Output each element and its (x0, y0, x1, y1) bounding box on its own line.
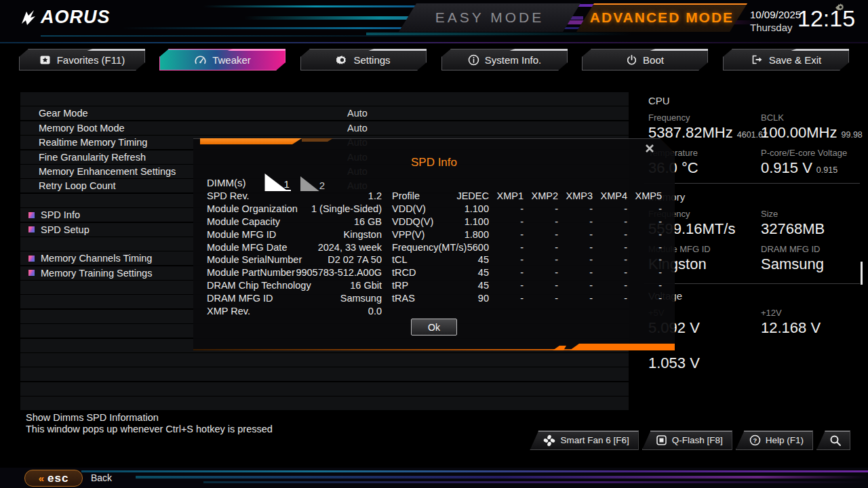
tab-boot[interactable]: Boot (582, 49, 708, 70)
profile-cell: - (489, 216, 524, 229)
profile-cell: VDD(V) (392, 203, 454, 216)
quick-button-help-f1[interactable]: ?Help (F1) (736, 430, 813, 450)
logo-text: AORUS (41, 7, 111, 28)
help-line-1: Show Dimms SPD Information (26, 412, 273, 424)
profile-cell: - (489, 280, 524, 293)
sidebar-metric-value: 100.00MHz99.98 (761, 124, 863, 142)
tab-edge-highlight (368, 49, 427, 51)
profile-header-cell: XMP5 (627, 190, 662, 203)
settings-row-gear-mode[interactable]: Gear ModeAuto (20, 106, 629, 120)
sidebar-cell: BCLK100.00MHz99.98 (761, 113, 863, 142)
spd-info-label: Module PartNumber (207, 267, 295, 280)
profile-cell: - (593, 293, 627, 306)
profile-cell: VDDQ(V) (392, 216, 454, 229)
tab-save-exit[interactable]: Save & Exit (723, 49, 849, 70)
tab-tweaker[interactable]: Tweaker (159, 49, 285, 70)
help-line-2: This window pops up whenever Ctrl+S hotk… (26, 424, 273, 435)
setting-label: Fine Granularity Refresh (39, 152, 146, 163)
advanced-mode-button[interactable]: ADVANCED MODE (576, 3, 747, 32)
sidebar-section-title: Voltage (648, 290, 860, 302)
gauge-icon (194, 54, 207, 65)
profile-cell: - (558, 293, 593, 306)
profile-cell: 45 (454, 280, 489, 293)
sidebar-cell: +12V12.168 V (761, 308, 860, 337)
sidebar-metric-value: 1.053 V (648, 354, 761, 372)
setting-value: Auto (347, 123, 368, 134)
qflash-icon (656, 434, 667, 446)
submenu-bullet-icon (28, 212, 35, 218)
sidebar-metric-subvalue: 99.98 (842, 130, 863, 140)
spd-info-dialog: SPD Info DIMM(s) 12 SPD Rev.1.2Module Or… (193, 138, 675, 350)
help-icon: ? (749, 434, 761, 446)
sidebar-metric-label: BCLK (761, 113, 863, 124)
profile-cell: - (489, 242, 524, 255)
profile-cell: - (593, 254, 627, 267)
spd-profile-table: ProfileJEDECXMP1XMP2XMP3XMP4XMP5VDD(V)1.… (392, 190, 662, 306)
profile-cell: - (524, 242, 558, 255)
submenu-label: Memory Channels Timing (41, 253, 152, 264)
tab-label: Favorites (F11) (57, 54, 125, 66)
dimm-selector: DIMM(s) 12 (207, 174, 326, 191)
sidebar-section-title: CPU (648, 95, 860, 106)
submenu-label: SPD Info (41, 209, 80, 220)
esc-back-button[interactable]: « esc (24, 470, 83, 487)
sidebar-section-memory: MemoryFrequency5599.16MT/sSize32768MBMod… (648, 191, 860, 273)
quick-button-label: Help (F1) (766, 435, 804, 445)
gear-icon[interactable] (835, 2, 846, 12)
profile-cell: - (558, 254, 593, 267)
settings-row-memory-boot-mode[interactable]: Memory Boot ModeAuto (20, 121, 629, 135)
tab-settings[interactable]: Settings (300, 49, 427, 70)
spd-info-row: Module MFG IDKingston (207, 229, 382, 242)
tab-favorites-f11[interactable]: Favorites (F11) (19, 49, 145, 70)
sidebar-divider (644, 283, 860, 284)
sidebar-cell: Frequency5387.82MHz4601.62 (648, 113, 761, 142)
profile-header-cell: XMP2 (524, 190, 558, 203)
close-icon[interactable] (645, 144, 654, 153)
search-button[interactable] (816, 430, 850, 450)
submenu-bullet-icon (28, 226, 35, 232)
easy-mode-button[interactable]: EASY MODE (399, 3, 580, 32)
falcon-icon (18, 7, 38, 28)
profile-row: VDDQ(V)1.100----- (392, 216, 662, 229)
settings-row-empty (20, 353, 629, 367)
dimm-2-number[interactable]: 2 (318, 180, 326, 191)
profile-row: tRCD45----- (392, 267, 662, 280)
profile-row: tCL45----- (392, 254, 662, 267)
quick-button-q-flash-f8[interactable]: Q-Flash [F8] (642, 430, 732, 450)
spd-info-label: Module SerialNumber (207, 254, 302, 267)
tab-edge-highlight (509, 49, 568, 51)
profile-cell: - (558, 216, 593, 229)
quick-button-bar: Smart Fan 6 [F6]Q-Flash [F8]?Help (F1) (530, 430, 850, 450)
decor-streak (203, 5, 427, 7)
spd-info-value: Kingston (344, 229, 382, 242)
scrollbar-thumb[interactable] (861, 262, 863, 285)
power-icon (626, 54, 637, 66)
ok-button[interactable]: Ok (411, 319, 457, 336)
profile-row: Frequency(MT/s)5600----- (392, 242, 662, 255)
weekday-label: Thursday (750, 22, 801, 35)
profile-header-cell: Profile (392, 190, 454, 203)
spd-info-value: 1.2 (368, 190, 382, 203)
sidebar-cell: P-core/E-core Voltage0.915 V0.915 (761, 148, 860, 177)
sidebar-cell: DRAM MFG IDSamsung (761, 244, 860, 273)
quick-button-smart-fan-6-f6[interactable]: Smart Fan 6 [F6] (530, 430, 638, 450)
profile-cell: - (627, 254, 662, 267)
info-icon (468, 54, 479, 66)
profile-header-cell: JEDEC (454, 190, 489, 203)
quick-button-label: Q-Flash [F8] (672, 435, 723, 445)
tab-system-info[interactable]: System Info. (441, 49, 568, 70)
spd-info-row: DRAM MFG IDSamsung (207, 293, 382, 306)
dialog-title: SPD Info (193, 156, 675, 169)
profile-cell: - (489, 203, 524, 216)
sidebar-metric-label: Frequency (648, 113, 761, 124)
sidebar-metric-value: 12.168 V (761, 319, 860, 337)
spd-info-value: Samsung (340, 293, 382, 306)
date-label: 10/09/2025 (750, 9, 801, 22)
tab-edge-highlight (87, 49, 145, 51)
sidebar-section-title: Memory (648, 191, 860, 203)
dialog-accent (570, 344, 675, 350)
dimm-2-triangle-icon[interactable] (300, 176, 319, 191)
sidebar-metric-value: Samsung (761, 256, 860, 273)
profile-row: tRP45----- (392, 280, 662, 293)
spd-info-value: 2024, 33 week (318, 242, 382, 255)
